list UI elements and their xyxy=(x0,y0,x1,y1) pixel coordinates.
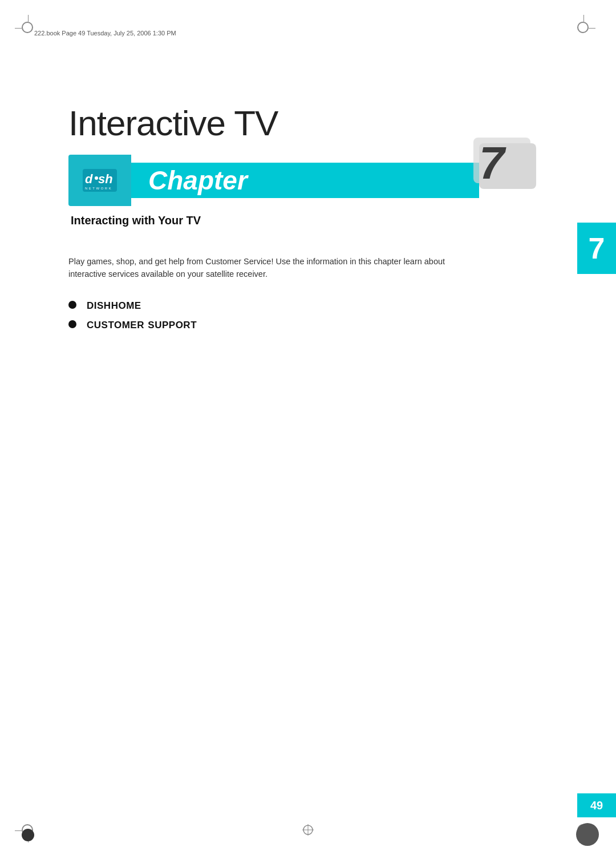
svg-text:NETWORK: NETWORK xyxy=(85,187,112,190)
chapter-label-banner: Chapter xyxy=(131,163,479,198)
bullet-text-customer-support: CUSTOMER SUPPORT xyxy=(87,317,197,331)
list-item: CUSTOMER SUPPORT xyxy=(68,317,548,331)
list-item: DISHHOME xyxy=(68,298,548,312)
bullet-list: DISHHOME CUSTOMER SUPPORT xyxy=(68,298,548,331)
bottom-center-mark xyxy=(302,824,314,838)
svg-text:d: d xyxy=(85,172,93,186)
page-number-tab: 49 xyxy=(577,793,616,817)
chapter-label-text: Chapter xyxy=(148,165,248,196)
dish-logo-svg: d sh NETWORK xyxy=(77,163,123,197)
chapter-tab: 7 xyxy=(577,223,616,274)
chapter-tab-number: 7 xyxy=(589,231,605,265)
filled-circle-mark-bl xyxy=(22,829,34,841)
chapter-number-svg: 7 xyxy=(473,138,548,206)
chapter-header: Interactive TV d sh xyxy=(68,103,548,227)
svg-text:7: 7 xyxy=(479,138,506,188)
chapter-number-container: 7 xyxy=(479,149,548,212)
dish-logo-inner: d sh NETWORK xyxy=(77,163,123,197)
bullet-dot-1 xyxy=(68,301,76,309)
chapter-banner-row: d sh NETWORK Chapter xyxy=(68,155,548,206)
filled-circle-mark-br xyxy=(576,823,599,846)
corner-mark-tr xyxy=(577,22,594,39)
chapter-subtitle: Interacting with Your TV xyxy=(68,214,548,227)
bullet-dot-2 xyxy=(68,320,76,328)
svg-text:sh: sh xyxy=(98,172,113,186)
page-content: Interactive TV d sh xyxy=(68,103,548,795)
bullet-text-dishhome: DISHHOME xyxy=(87,298,141,312)
page-number: 49 xyxy=(590,799,603,812)
file-metadata: 222.book Page 49 Tuesday, July 25, 2006 … xyxy=(34,30,176,37)
chapter-description: Play games, shop, and get help from Cust… xyxy=(68,256,468,281)
dish-logo-box: d sh NETWORK xyxy=(68,155,131,206)
